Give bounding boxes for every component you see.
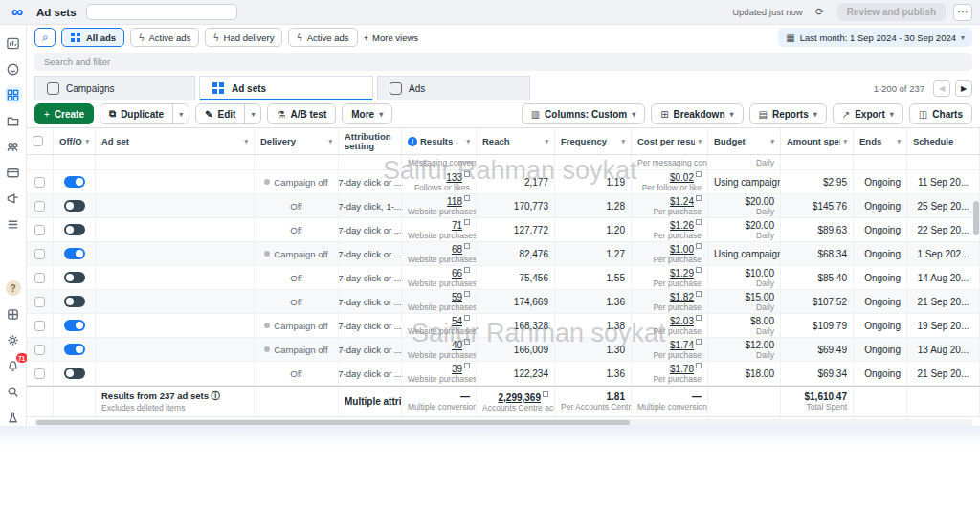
- cost-value[interactable]: $1.24: [637, 195, 702, 207]
- tab-ads[interactable]: Ads: [377, 76, 530, 100]
- notifications-bell-icon[interactable]: 71: [5, 357, 22, 374]
- promotions-icon[interactable]: [5, 190, 22, 207]
- create-button[interactable]: +Create: [34, 103, 94, 124]
- results-value[interactable]: 133: [408, 171, 470, 183]
- onoff-toggle[interactable]: [64, 224, 85, 235]
- charts-button[interactable]: ◫Charts: [909, 103, 972, 124]
- topbar-search-input[interactable]: [86, 4, 237, 20]
- export-button[interactable]: ↗Export▾: [833, 103, 903, 124]
- adset-name-cell[interactable]: [96, 290, 255, 313]
- adset-name-cell[interactable]: [96, 362, 255, 385]
- filter-search-icon[interactable]: ⌕: [34, 28, 56, 47]
- col-cost-per-result[interactable]: Cost per result▾: [632, 128, 708, 154]
- results-value[interactable]: 66: [408, 267, 470, 279]
- adset-name-cell[interactable]: [96, 194, 255, 217]
- horizontal-scrollbar[interactable]: [34, 419, 972, 426]
- search-filter-bar[interactable]: [34, 53, 972, 72]
- duplicate-caret[interactable]: ▾: [172, 104, 189, 123]
- tab-campaigns[interactable]: Campaigns: [34, 76, 195, 100]
- all-tools-icon[interactable]: [5, 215, 22, 233]
- audiences-icon[interactable]: [5, 138, 22, 155]
- cost-value[interactable]: $1.78: [637, 363, 702, 374]
- more-views-button[interactable]: +More views: [364, 33, 419, 43]
- prev-page-icon[interactable]: ◀: [933, 80, 950, 97]
- results-value[interactable]: 68: [408, 243, 470, 255]
- row-checkbox[interactable]: [34, 273, 45, 283]
- results-value[interactable]: 54: [408, 315, 470, 326]
- results-value[interactable]: 118: [408, 195, 470, 207]
- meta-logo-icon[interactable]: ∞: [8, 4, 27, 20]
- filter-chip-active-ads[interactable]: ϟActive ads: [130, 28, 199, 47]
- col-frequency[interactable]: Frequency▾: [555, 128, 632, 154]
- onoff-toggle[interactable]: [64, 296, 85, 307]
- filter-chip-all-ads[interactable]: All ads: [61, 28, 124, 47]
- widgets-icon[interactable]: [5, 305, 22, 323]
- row-checkbox[interactable]: [34, 368, 45, 379]
- col-budget[interactable]: Budget▾: [708, 128, 781, 154]
- next-page-icon[interactable]: ▶: [955, 80, 972, 97]
- cost-value[interactable]: $1.82: [637, 291, 702, 302]
- results-value[interactable]: 59: [408, 291, 470, 302]
- breakdown-button[interactable]: ⊞Breakdown▾: [651, 103, 743, 124]
- date-range-picker[interactable]: ▦ Last month: 1 Sep 2024 - 30 Sep 2024 ▾: [778, 28, 972, 47]
- account-overview-icon[interactable]: [5, 60, 22, 78]
- col-ends[interactable]: Ends▾: [854, 128, 907, 154]
- onoff-toggle[interactable]: [64, 272, 85, 283]
- edit-button[interactable]: ✎Edit ▾: [195, 103, 261, 124]
- filter-chip-active-ads-2[interactable]: ϟActive ads: [288, 28, 357, 47]
- row-checkbox[interactable]: [34, 321, 45, 331]
- row-checkbox[interactable]: [34, 201, 45, 212]
- review-and-publish-button[interactable]: Review and publish: [837, 3, 946, 21]
- cost-value[interactable]: $1.00: [637, 243, 702, 255]
- select-all-checkbox[interactable]: [33, 136, 43, 146]
- col-results[interactable]: iResults↓▾: [402, 128, 477, 154]
- onoff-toggle[interactable]: [64, 248, 85, 259]
- cost-value[interactable]: $1.29: [637, 267, 702, 279]
- onoff-toggle[interactable]: [64, 176, 85, 188]
- onoff-toggle[interactable]: [64, 368, 85, 379]
- horizontal-scroll-thumb[interactable]: [36, 420, 630, 425]
- billing-icon[interactable]: [5, 164, 22, 181]
- settings-gear-icon[interactable]: [5, 331, 22, 348]
- col-amount-spent[interactable]: Amount spent▾: [781, 128, 854, 154]
- ads-manager-icon[interactable]: [5, 34, 22, 52]
- onoff-toggle[interactable]: [64, 320, 85, 331]
- col-schedule[interactable]: Schedule: [907, 128, 980, 154]
- results-value[interactable]: 39: [408, 363, 470, 374]
- results-value[interactable]: 40: [408, 339, 470, 350]
- col-off-on[interactable]: Off/On▾: [54, 128, 96, 154]
- search-icon[interactable]: [5, 383, 22, 400]
- help-icon[interactable]: ?: [5, 279, 22, 297]
- row-checkbox[interactable]: [34, 345, 45, 355]
- cost-value[interactable]: $1.26: [637, 219, 702, 231]
- row-checkbox[interactable]: [34, 177, 45, 188]
- more-button[interactable]: More▾: [342, 103, 392, 124]
- onoff-toggle[interactable]: [64, 200, 85, 212]
- row-checkbox[interactable]: [34, 249, 45, 259]
- vertical-scrollbar[interactable]: [973, 159, 979, 398]
- search-filter-input[interactable]: [44, 56, 963, 67]
- cost-value[interactable]: $2.03: [637, 315, 702, 326]
- adset-name-cell[interactable]: [96, 218, 255, 241]
- edit-caret[interactable]: ▾: [244, 104, 260, 123]
- col-ad-set[interactable]: Ad set▾: [96, 128, 255, 154]
- adset-name-cell[interactable]: [96, 314, 255, 337]
- tab-ad-sets[interactable]: Ad sets: [199, 76, 373, 100]
- cost-value[interactable]: $0.02: [637, 171, 702, 183]
- adset-name-cell[interactable]: [96, 266, 255, 289]
- results-value[interactable]: 71: [408, 219, 470, 231]
- adset-name-cell[interactable]: [96, 338, 255, 361]
- adset-name-cell[interactable]: [96, 242, 255, 265]
- row-checkbox[interactable]: [34, 225, 45, 235]
- cost-value[interactable]: $1.74: [637, 339, 702, 350]
- reports-button[interactable]: ▤Reports▾: [749, 103, 827, 124]
- col-attribution[interactable]: Attribution setting: [339, 128, 402, 154]
- refresh-icon[interactable]: ⟳: [811, 4, 830, 21]
- feedback-flask-icon[interactable]: [5, 409, 22, 426]
- duplicate-button[interactable]: ⧉Duplicate ▾: [100, 103, 189, 124]
- onoff-toggle[interactable]: [64, 344, 85, 355]
- ab-test-button[interactable]: ⚗A/B test: [267, 103, 336, 124]
- col-reach[interactable]: Reach▾: [477, 128, 555, 154]
- vertical-scroll-thumb[interactable]: [973, 201, 979, 235]
- filter-chip-had-delivery[interactable]: ϟHad delivery: [205, 28, 282, 47]
